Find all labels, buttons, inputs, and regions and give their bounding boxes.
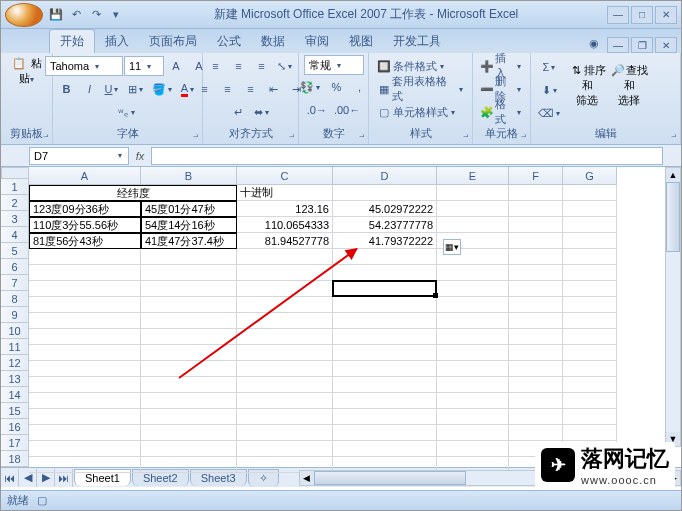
cell[interactable] [437,313,509,329]
maximize-button[interactable]: □ [631,6,653,24]
cell[interactable] [563,185,617,201]
column-header[interactable]: D [333,167,437,185]
row-header[interactable]: 4 [1,227,29,243]
tab-data[interactable]: 数据 [251,30,295,53]
cell[interactable] [141,249,237,265]
cell[interactable] [437,281,509,297]
cell[interactable] [563,281,617,297]
fx-button[interactable]: fx [129,146,151,166]
macro-record-icon[interactable]: ▢ [37,494,47,507]
name-box[interactable]: D7▾ [29,147,129,165]
cell[interactable] [509,393,563,409]
minimize-button[interactable]: — [607,6,629,24]
format-cells-button[interactable]: 🧩格式▾ [477,101,526,123]
cell[interactable] [29,329,141,345]
row-header[interactable]: 13 [1,371,29,387]
row-header[interactable]: 8 [1,291,29,307]
cell[interactable]: 十进制 [237,185,333,201]
workbook-restore[interactable]: ❐ [631,37,653,53]
column-header[interactable]: F [509,167,563,185]
row-header[interactable]: 10 [1,323,29,339]
row-header[interactable]: 11 [1,339,29,355]
cell[interactable] [509,297,563,313]
tab-developer[interactable]: 开发工具 [383,30,451,53]
cell[interactable] [237,249,333,265]
qat-more-icon[interactable]: ▾ [107,6,125,24]
row-header[interactable]: 3 [1,211,29,227]
tab-review[interactable]: 审阅 [295,30,339,53]
cell[interactable] [563,329,617,345]
cell[interactable] [237,361,333,377]
cell[interactable] [509,377,563,393]
align-right-button[interactable]: ≡ [240,78,262,100]
cell[interactable]: 45度01分47秒 [141,201,237,217]
cell[interactable] [509,329,563,345]
cell[interactable]: 41度47分37.4秒 [141,233,237,249]
row-header[interactable]: 2 [1,195,29,211]
cell[interactable] [563,409,617,425]
cell[interactable] [29,377,141,393]
row-header[interactable]: 1 [1,179,29,195]
cell[interactable] [29,281,141,297]
cell[interactable] [509,345,563,361]
column-header[interactable]: E [437,167,509,185]
row-header[interactable]: 7 [1,275,29,291]
tab-formulas[interactable]: 公式 [207,30,251,53]
cell[interactable] [333,265,437,281]
row-header[interactable]: 14 [1,387,29,403]
cell[interactable] [29,425,141,441]
cell[interactable] [437,409,509,425]
autofill-options-icon[interactable]: ▦▾ [443,239,461,255]
column-header[interactable]: A [29,167,141,185]
row-header[interactable]: 18 [1,451,29,467]
worksheet[interactable]: 123456789101112131415161718 ABCDEFG 经纬度十… [1,167,681,467]
cell[interactable] [237,281,333,297]
redo-icon[interactable]: ↷ [87,6,105,24]
column-header[interactable]: G [563,167,617,185]
format-as-table-button[interactable]: ▦套用表格格式▾ [373,78,468,100]
cell[interactable] [509,265,563,281]
merge-center-button[interactable]: ⬌▾ [251,101,274,123]
orientation-button[interactable]: ⤡▾ [274,55,297,77]
row-header[interactable]: 15 [1,403,29,419]
cell[interactable] [333,281,437,297]
cell[interactable] [141,425,237,441]
tab-insert[interactable]: 插入 [95,30,139,53]
save-icon[interactable]: 💾 [47,6,65,24]
cell[interactable]: 123.16 [237,201,333,217]
cell[interactable] [29,393,141,409]
office-button[interactable] [5,3,43,27]
increase-decimal-button[interactable]: .0→ [304,99,330,121]
align-bottom-button[interactable]: ≡ [251,55,273,77]
select-all-corner[interactable] [1,167,29,179]
cell[interactable] [509,409,563,425]
cell[interactable] [29,441,141,457]
cell[interactable] [509,185,563,201]
scroll-left-icon[interactable]: ◀ [300,471,314,485]
font-size-select[interactable]: 11▾ [124,56,164,76]
cell[interactable] [29,313,141,329]
cell[interactable] [141,393,237,409]
sort-filter-button[interactable]: ⇅排序和 筛选 [567,62,607,118]
hscroll-thumb[interactable] [314,471,466,485]
accounting-button[interactable]: 💱▾ [297,76,325,98]
cell[interactable] [333,377,437,393]
cell[interactable] [563,233,617,249]
cell[interactable] [563,377,617,393]
cell[interactable] [237,441,333,457]
cell[interactable] [333,329,437,345]
cell[interactable] [437,425,509,441]
cell[interactable] [563,361,617,377]
cell[interactable] [141,377,237,393]
ribbon-help-icon[interactable]: ◉ [581,34,607,53]
formula-input[interactable] [151,147,663,165]
tab-view[interactable]: 视图 [339,30,383,53]
cell[interactable] [333,297,437,313]
percent-button[interactable]: % [326,76,348,98]
cell[interactable] [509,361,563,377]
cell[interactable] [509,313,563,329]
comma-button[interactable]: , [349,76,371,98]
column-header[interactable]: C [237,167,333,185]
close-button[interactable]: ✕ [655,6,677,24]
cell[interactable] [237,329,333,345]
